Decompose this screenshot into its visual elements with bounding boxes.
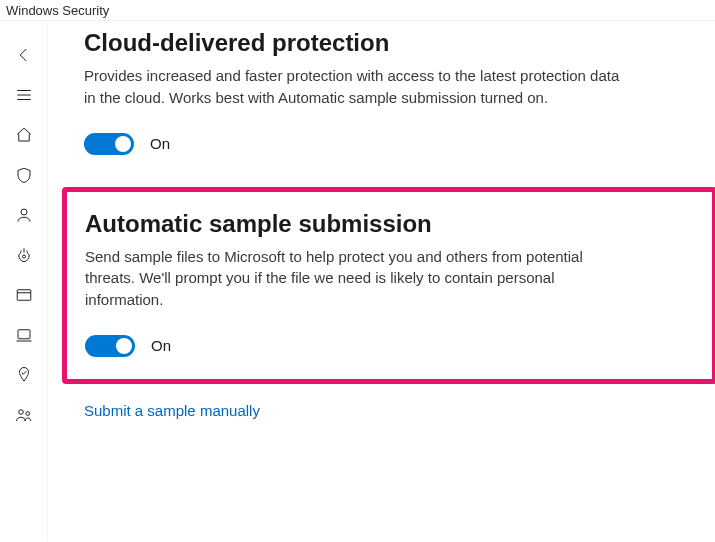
auto-sample-toggle-label: On [151, 337, 171, 354]
auto-sample-toggle[interactable] [85, 335, 135, 357]
cloud-protection-title: Cloud-delivered protection [84, 29, 695, 57]
cloud-protection-toggle[interactable] [84, 133, 134, 155]
device-performance-icon [15, 366, 33, 384]
menu-icon [15, 86, 33, 104]
sidebar-item-device-security[interactable] [0, 315, 48, 355]
auto-sample-desc: Send sample files to Microsoft to help p… [85, 246, 635, 311]
section-auto-sample: Automatic sample submission Send sample … [85, 210, 694, 357]
toggle-knob [116, 338, 132, 354]
cloud-protection-desc: Provides increased and faster protection… [84, 65, 634, 109]
account-icon [15, 206, 33, 224]
sidebar-item-device-performance[interactable] [0, 355, 48, 395]
svg-point-4 [18, 410, 23, 415]
svg-point-0 [21, 209, 27, 215]
cloud-protection-toggle-row: On [84, 133, 695, 155]
firewall-icon [15, 246, 33, 264]
app-browser-icon [15, 286, 33, 304]
svg-point-5 [25, 412, 29, 416]
shield-icon [15, 166, 33, 184]
menu-button[interactable] [0, 75, 48, 115]
sidebar-item-virus-protection[interactable] [0, 155, 48, 195]
svg-rect-2 [17, 290, 31, 301]
toggle-knob [115, 136, 131, 152]
back-button[interactable] [0, 35, 48, 75]
submit-sample-link[interactable]: Submit a sample manually [84, 402, 260, 419]
highlight-auto-sample: Automatic sample submission Send sample … [62, 187, 715, 384]
svg-rect-3 [18, 330, 30, 339]
cloud-protection-toggle-label: On [150, 135, 170, 152]
auto-sample-toggle-row: On [85, 335, 694, 357]
device-security-icon [15, 326, 33, 344]
home-icon [15, 126, 33, 144]
content-area: Cloud-delivered protection Provides incr… [0, 21, 715, 541]
sidebar-item-account-protection[interactable] [0, 195, 48, 235]
main-panel: Cloud-delivered protection Provides incr… [48, 21, 715, 541]
sidebar-item-home[interactable] [0, 115, 48, 155]
auto-sample-title: Automatic sample submission [85, 210, 694, 238]
back-icon [15, 46, 33, 64]
svg-point-1 [22, 255, 25, 258]
sidebar-item-firewall[interactable] [0, 235, 48, 275]
sidebar-item-family[interactable] [0, 395, 48, 435]
sidebar [0, 21, 48, 541]
window-title: Windows Security [0, 0, 715, 21]
family-icon [15, 406, 33, 424]
sidebar-item-app-browser[interactable] [0, 275, 48, 315]
section-cloud-protection: Cloud-delivered protection Provides incr… [84, 29, 695, 173]
